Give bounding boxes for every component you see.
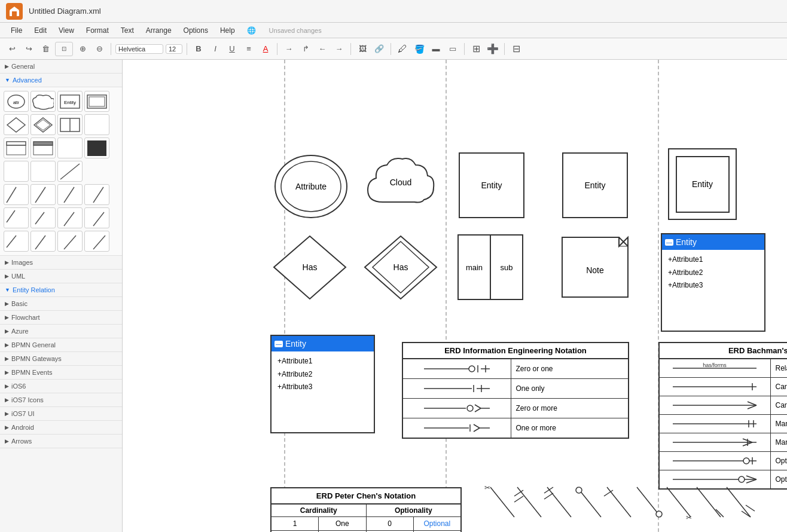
shape-thumb-1[interactable]: attr [4, 91, 29, 112]
rect-button[interactable]: ▬ [429, 42, 443, 56]
font-size-input[interactable] [166, 44, 182, 54]
shape-thumb-19[interactable] [84, 184, 109, 205]
shape-thumb-23[interactable] [84, 207, 109, 228]
sidebar-item-general[interactable]: ▶ General [0, 60, 122, 74]
sidebar-item-bpmn-events[interactable]: ▶ BPMN Events [0, 366, 122, 380]
menu-arrange[interactable]: Arrange [141, 25, 176, 36]
sidebar-item-bpmn-gateways[interactable]: ▶ BPMN Gateways [0, 352, 122, 366]
bold-button[interactable]: B [191, 42, 206, 56]
entity-attr-shape-1[interactable]: — Entity +Attribute1 +Attribute2 +Attrib… [661, 233, 765, 332]
shape-thumb-2[interactable] [30, 91, 56, 112]
svg-line-26 [64, 212, 74, 226]
note-shape[interactable]: Note [559, 234, 631, 300]
sidebar-item-advanced[interactable]: ▼ Advanced [0, 74, 122, 87]
arrow-bend-button[interactable]: ↱ [298, 42, 313, 56]
menu-view[interactable]: View [54, 25, 79, 36]
delete-button[interactable]: 🗑 [38, 42, 53, 56]
font-selector[interactable] [115, 44, 163, 54]
align-button[interactable]: ≡ [242, 42, 256, 56]
arrow-right-button[interactable]: → [282, 42, 296, 56]
sidebar-item-android[interactable]: ▶ Android [0, 421, 122, 435]
shape-thumb-20[interactable] [4, 207, 29, 228]
menu-text[interactable]: Text [116, 25, 139, 36]
split-entity[interactable]: main sub [457, 234, 523, 300]
shape-thumb-18[interactable] [57, 184, 83, 205]
entity-shape-3[interactable]: Entity [668, 148, 737, 220]
shape-thumb-22[interactable] [57, 207, 83, 228]
shape-thumb-7[interactable] [57, 114, 83, 135]
svg-line-102 [697, 487, 721, 517]
shape-thumb-24[interactable] [4, 231, 29, 252]
shape-thumb-10[interactable] [30, 137, 56, 158]
sidebar-item-images[interactable]: ▶ Images [0, 256, 122, 270]
fill-color-button[interactable]: 🖊 [395, 42, 410, 56]
menu-edit[interactable]: Edit [29, 25, 51, 36]
menu-options[interactable]: Options [179, 25, 213, 36]
sidebar-item-azure[interactable]: ▶ Azure [0, 325, 122, 338]
svg-text:Has: Has [303, 262, 318, 272]
svg-line-20 [7, 187, 16, 203]
sidebar-item-bpmn-general[interactable]: ▶ BPMN General [0, 338, 122, 352]
sidebar-item-ios7-icons[interactable]: ▶ iOS7 Icons [0, 393, 122, 407]
panel-button[interactable]: ⊟ [509, 42, 523, 56]
sidebar-item-uml[interactable]: ▶ UML [0, 270, 122, 283]
svg-line-21 [35, 187, 45, 203]
erd-bachman-table: ERD Bachman's Notation has/forms Relatio… [658, 342, 787, 490]
shape-thumb-4[interactable] [84, 91, 109, 112]
arrow-left-button[interactable]: ← [315, 42, 330, 56]
document-title: Untitled Diagram.xml [29, 7, 101, 16]
entity-shape-1[interactable]: Entity [459, 152, 524, 218]
sidebar-item-flowchart[interactable]: ▶ Flowchart [0, 311, 122, 325]
shape-thumb-5[interactable] [4, 114, 29, 135]
italic-button[interactable]: I [208, 42, 222, 56]
has-diamond-2[interactable]: Has [362, 233, 440, 302]
shape-thumb-3[interactable]: Entity [57, 91, 83, 112]
zoom-out-button[interactable]: ⊖ [92, 42, 106, 56]
entity-attr-shape-2[interactable]: — Entity +Attribute1 +Attribute2 +Attrib… [270, 335, 375, 433]
shape-thumb-8[interactable] [84, 114, 109, 135]
menu-globe[interactable]: 🌐 [242, 25, 261, 36]
menu-file[interactable]: File [6, 25, 27, 36]
fit-page-button[interactable]: ⊡ [55, 42, 73, 56]
font-color-button[interactable]: A [258, 42, 273, 56]
shape-thumb-25[interactable] [30, 231, 56, 252]
redo-button[interactable]: ↪ [22, 42, 36, 56]
entity-shape-2[interactable]: Entity [562, 152, 628, 218]
menu-format[interactable]: Format [81, 25, 114, 36]
cloud-shape[interactable]: Cloud [362, 154, 440, 220]
undo-button[interactable]: ↩ [5, 42, 19, 56]
underline-button[interactable]: U [225, 42, 239, 56]
sidebar-item-basic[interactable]: ▶ Basic [0, 297, 122, 311]
shape-thumb-17[interactable] [30, 184, 56, 205]
shape-thumb-21[interactable] [30, 207, 56, 228]
shape-thumb-14[interactable] [30, 161, 56, 182]
sidebar-item-entity-relation[interactable]: ▼ Entity Relation [0, 283, 122, 297]
shape-thumb-16[interactable] [4, 184, 29, 205]
rounded-rect-button[interactable]: ▭ [446, 42, 460, 56]
shape-thumb-6[interactable] [30, 114, 56, 135]
menu-help[interactable]: Help [215, 25, 240, 36]
shape-thumb-11[interactable] [57, 137, 83, 158]
shape-thumb-26[interactable] [57, 231, 83, 252]
shape-thumb-9[interactable] [4, 137, 29, 158]
shape-thumb-27[interactable] [84, 231, 109, 252]
shape-thumb-15[interactable] [57, 161, 83, 182]
attribute-shape[interactable]: Attribute [272, 152, 350, 221]
title-bar: Untitled Diagram.xml [0, 0, 787, 23]
sidebar-item-arrows[interactable]: ▶ Arrows [0, 435, 122, 448]
grid-button[interactable]: ⊞ [469, 42, 483, 56]
has-diamond-1[interactable]: Has [271, 233, 349, 302]
add-button[interactable]: ➕ [486, 42, 500, 56]
zoom-in-button[interactable]: ⊕ [75, 42, 90, 56]
link-button[interactable]: 🔗 [372, 42, 386, 56]
image-button[interactable]: 🖼 [355, 42, 370, 56]
sidebar-item-ios7-ui[interactable]: ▶ iOS7 UI [0, 407, 122, 421]
svg-marker-9 [7, 118, 25, 132]
canvas-area[interactable]: Attribute Cloud Entity Entity [123, 60, 787, 532]
sidebar-item-ios6[interactable]: ▶ iOS6 [0, 380, 122, 393]
fill-bucket-button[interactable]: 🪣 [412, 42, 426, 56]
arrow-right2-button[interactable]: → [332, 42, 346, 56]
shape-thumb-12[interactable] [84, 137, 109, 158]
shape-thumb-13[interactable] [4, 161, 29, 182]
canvas: Attribute Cloud Entity Entity [123, 60, 780, 532]
